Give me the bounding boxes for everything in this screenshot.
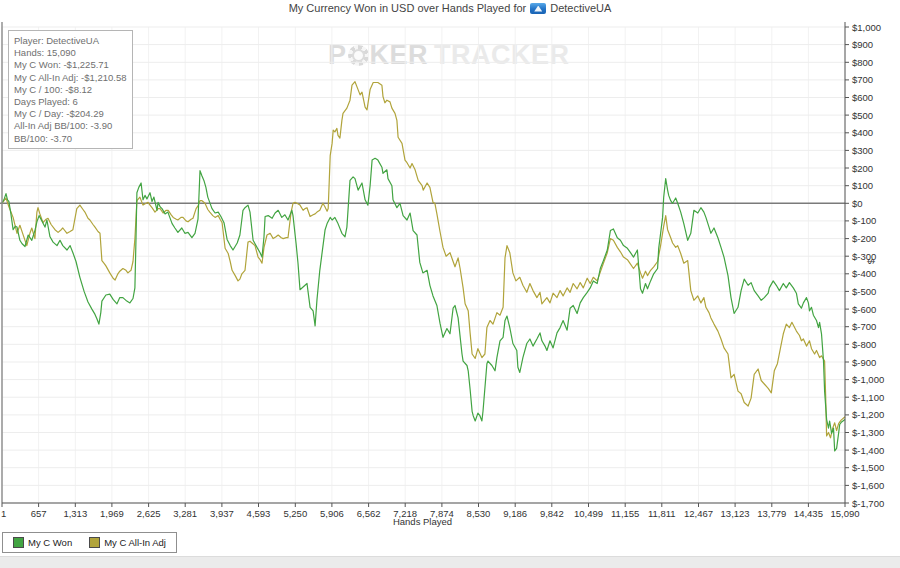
stats-line: My C Won: -$1,225.71: [14, 59, 126, 71]
stats-line: All-In Adj BB/100: -3.90: [14, 120, 126, 132]
equity-graph-plot[interactable]: $1,000$900$800$700$600$500$400$300$200$1…: [0, 0, 900, 568]
y-tick-label: $-1,700: [852, 498, 884, 509]
legend-item[interactable]: My C All-In Adj: [89, 537, 166, 548]
stats-summary-box: Player: DetectiveUAHands: 15,090My C Won…: [8, 30, 133, 149]
y-tick-label: $-1,600: [852, 480, 884, 491]
y-tick-label: $200: [852, 163, 873, 174]
y-tick-label: $-1,500: [852, 462, 884, 473]
legend-swatch-icon: [13, 537, 24, 548]
legend-swatch-icon: [89, 537, 100, 548]
y-tick-label: $-800: [852, 339, 876, 350]
y-tick-label: $-1,300: [852, 427, 884, 438]
y-tick-label: $-1,100: [852, 392, 884, 403]
legend-label: My C Won: [28, 537, 72, 548]
y-tick-label: $-400: [852, 268, 876, 279]
stats-line: My C All-In Adj: -$1,210.58: [14, 72, 126, 84]
y-tick-label: $900: [852, 39, 873, 50]
y-tick-label: $-600: [852, 304, 876, 315]
y-tick-label: $-500: [852, 286, 876, 297]
x-axis-title: Hands Played: [0, 516, 845, 527]
y-tick-label: $100: [852, 180, 873, 191]
y-tick-label: $-1,400: [852, 445, 884, 456]
y-tick-label: $600: [852, 92, 873, 103]
legend-label: My C All-In Adj: [104, 537, 166, 548]
y-tick-label: $300: [852, 145, 873, 156]
y-tick-label: $-200: [852, 233, 876, 244]
stats-line: Days Played: 6: [14, 96, 126, 108]
y-tick-label: $1,000: [852, 22, 881, 33]
stats-line: BB/100: -3.70: [14, 133, 126, 145]
stats-line: My C / 100: -$8.12: [14, 84, 126, 96]
y-tick-label: $-700: [852, 321, 876, 332]
pokertracker-graph-window: My Currency Won in USD over Hands Played…: [0, 0, 900, 568]
legend-box: My C WonMy C All-In Adj: [2, 532, 177, 553]
y-tick-label: $800: [852, 57, 873, 68]
y-tick-label: $700: [852, 74, 873, 85]
y-tick-label: $-100: [852, 215, 876, 226]
y-tick-label: $-1,000: [852, 374, 884, 385]
y-tick-label: $500: [852, 110, 873, 121]
stats-line: Hands: 15,090: [14, 47, 126, 59]
y-tick-label: $0: [852, 198, 863, 209]
stats-line: My C / Day: -$204.29: [14, 108, 126, 120]
legend-item[interactable]: My C Won: [13, 537, 72, 548]
stats-line: Player: DetectiveUA: [14, 35, 126, 47]
y-tick-label: $400: [852, 127, 873, 138]
y-axis-title: $: [866, 259, 877, 264]
series-line-my-c-won: [2, 158, 845, 451]
y-tick-label: $-1,200: [852, 409, 884, 420]
y-tick-label: $-900: [852, 357, 876, 368]
